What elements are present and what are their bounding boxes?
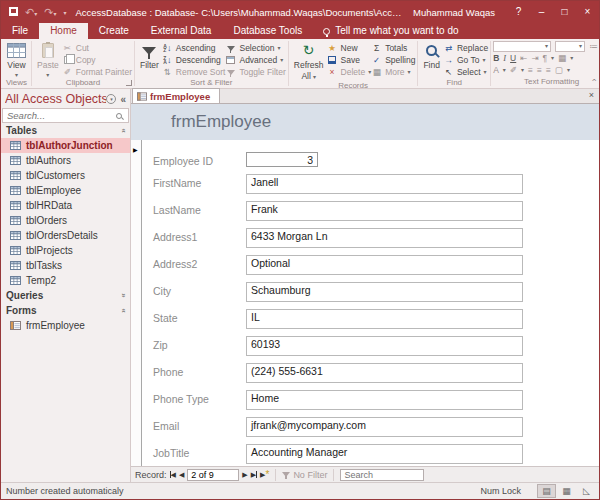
spelling-button[interactable]: ✓Spelling (371, 54, 415, 66)
italic-button[interactable]: I (503, 53, 506, 63)
record-search-input[interactable] (340, 469, 424, 481)
sidebar-item-frmemployee[interactable]: frmEmployee (1, 318, 130, 333)
record-position-input[interactable] (187, 469, 239, 481)
tab-file[interactable]: File (1, 23, 39, 39)
cut-button[interactable]: ✂Cut (62, 42, 132, 54)
address2-field[interactable]: Optional (246, 255, 523, 275)
shutter-close-icon[interactable]: « (120, 94, 126, 105)
tell-me-box[interactable]: Tell me what you want to do (313, 23, 468, 39)
tab-create[interactable]: Create (88, 23, 140, 39)
increase-indent-icon[interactable]: ⇥ (531, 53, 538, 63)
datasheet-view-button[interactable]: ▦ (557, 484, 576, 498)
qat-customize-icon[interactable]: ▾ (63, 9, 66, 16)
new-record-button[interactable]: ★New (327, 42, 372, 54)
collapse-ribbon-icon[interactable]: › (589, 79, 599, 82)
decrease-indent-icon[interactable]: ⇤ (520, 53, 527, 63)
account-user-name[interactable]: Muhammad Waqas (413, 7, 495, 18)
phone-field[interactable]: (224) 555-6631 (246, 363, 523, 383)
ascending-button[interactable]: AZ↓Ascending (162, 42, 226, 54)
font-family-dropdown[interactable]: ▾ (493, 41, 551, 52)
text-direction-icon[interactable]: ¶ (543, 53, 548, 63)
tab-external-data[interactable]: External Data (140, 23, 223, 39)
sidebar-item-tblordersdetails[interactable]: tblOrdersDetails (1, 228, 130, 243)
font-color-button[interactable]: A (493, 65, 499, 75)
sidebar-item-tblorders[interactable]: tblOrders (1, 213, 130, 228)
undo-button[interactable]: ↶▾ (25, 7, 37, 18)
record-selector-bar[interactable]: ▶ (131, 140, 142, 466)
phone-type-field[interactable]: Home (246, 390, 523, 410)
city-field[interactable]: Schaumburg (246, 282, 523, 302)
no-filter-button[interactable]: No Filter (282, 470, 327, 480)
nav-search-input[interactable] (7, 109, 116, 122)
go-to-button[interactable]: →Go To▾ (443, 54, 488, 66)
bullet-list-icon[interactable]: ≔ (589, 41, 598, 51)
document-tab-frmemployee[interactable]: frmEmployee (132, 88, 220, 103)
align-right-icon[interactable]: ≡ (546, 65, 551, 75)
firstname-field[interactable]: Janell (246, 174, 523, 194)
nav-menu-icon[interactable]: ▾ (106, 94, 116, 104)
more-button[interactable]: ▦More▾ (371, 66, 415, 78)
section-tables[interactable]: Tables » (1, 123, 130, 138)
state-field[interactable]: IL (246, 309, 523, 329)
close-document-icon[interactable]: × (589, 90, 594, 100)
next-record-button[interactable]: ▶ (242, 471, 247, 479)
copy-button[interactable]: Copy (62, 54, 132, 66)
font-size-dropdown[interactable]: ▾ (555, 41, 585, 52)
align-center-icon[interactable]: ≡ (537, 65, 542, 75)
zip-field[interactable]: 60193 (246, 336, 523, 356)
redo-button[interactable]: ↷▾ (44, 7, 56, 18)
form-view-button[interactable]: ▤ (537, 484, 556, 498)
toggle-filter-button[interactable]: Toggle Filter (225, 66, 285, 78)
sidebar-item-tblprojects[interactable]: tblProjects (1, 243, 130, 258)
address1-field[interactable]: 6433 Morgan Ln (246, 228, 523, 248)
replace-button[interactable]: ⇄Replace (443, 42, 488, 54)
view-button[interactable]: View ▾ (4, 40, 29, 78)
totals-button[interactable]: ΣTotals (371, 42, 415, 54)
delete-record-button[interactable]: ×Delete▾ (327, 66, 372, 78)
sidebar-item-tblemployee[interactable]: tblEmployee (1, 183, 130, 198)
gridlines-icon[interactable]: ▦ (558, 53, 566, 63)
tab-database-tools[interactable]: Database Tools (222, 23, 313, 39)
previous-record-button[interactable]: ◀ (179, 471, 184, 479)
bold-button[interactable]: B (493, 53, 499, 63)
sidebar-item-tblhrdata[interactable]: tblHRData (1, 198, 130, 213)
first-record-button[interactable]: ◀ (170, 471, 176, 479)
help-button[interactable]: ? (507, 1, 530, 23)
select-button[interactable]: ↖Select▾ (443, 66, 488, 78)
highlight-color-icon[interactable]: ✐ (510, 65, 517, 75)
design-view-button[interactable]: ◺ (577, 484, 596, 498)
tab-home[interactable]: Home (39, 23, 88, 39)
background-image-icon[interactable]: ▢ (555, 65, 563, 75)
find-button[interactable]: Find (420, 40, 443, 70)
section-queries[interactable]: Queries » (1, 288, 130, 303)
email-field[interactable]: jfrank@mycompany.com (246, 417, 523, 437)
paste-button[interactable]: Paste ▾ (34, 40, 62, 78)
refresh-all-button[interactable]: ↻ Refresh All▾ (291, 40, 327, 81)
last-record-button[interactable]: ▶ (251, 471, 257, 479)
close-button[interactable]: × (576, 1, 599, 23)
filter-button[interactable]: Filter (137, 40, 162, 70)
underline-button[interactable]: U (510, 53, 516, 63)
new-blank-record-button[interactable]: ▶* (260, 471, 269, 479)
sidebar-item-tbltasks[interactable]: tblTasks (1, 258, 130, 273)
section-forms[interactable]: Forms » (1, 303, 130, 318)
jobtitle-field[interactable]: Accounting Manager (246, 444, 523, 464)
nav-pane-header[interactable]: All Access Objects ▾ « (1, 89, 130, 108)
selection-button[interactable]: Selection▾ (225, 42, 285, 54)
sidebar-item-tblauthorjunction[interactable]: tblAuthorJunction (1, 138, 130, 153)
dialog-launcher-icon[interactable] (126, 80, 132, 86)
maximize-button[interactable]: □ (553, 1, 576, 23)
employee-id-field[interactable] (246, 152, 318, 167)
align-left-icon[interactable]: ≡ (528, 65, 533, 75)
sidebar-item-tblauthors[interactable]: tblAuthors (1, 153, 130, 168)
remove-sort-button[interactable]: ⇅Remove Sort (162, 66, 226, 78)
advanced-button[interactable]: Advanced▾ (225, 54, 285, 66)
save-icon[interactable] (9, 7, 18, 18)
descending-button[interactable]: ZA↓Descending (162, 54, 226, 66)
save-record-button[interactable]: Save (327, 54, 372, 66)
format-painter-button[interactable]: ✐Format Painter (62, 66, 132, 78)
lastname-field[interactable]: Frank (246, 201, 523, 221)
sidebar-item-tblcustomers[interactable]: tblCustomers (1, 168, 130, 183)
sidebar-item-temp2[interactable]: Temp2 (1, 273, 130, 288)
minimize-button[interactable]: – (530, 1, 553, 23)
